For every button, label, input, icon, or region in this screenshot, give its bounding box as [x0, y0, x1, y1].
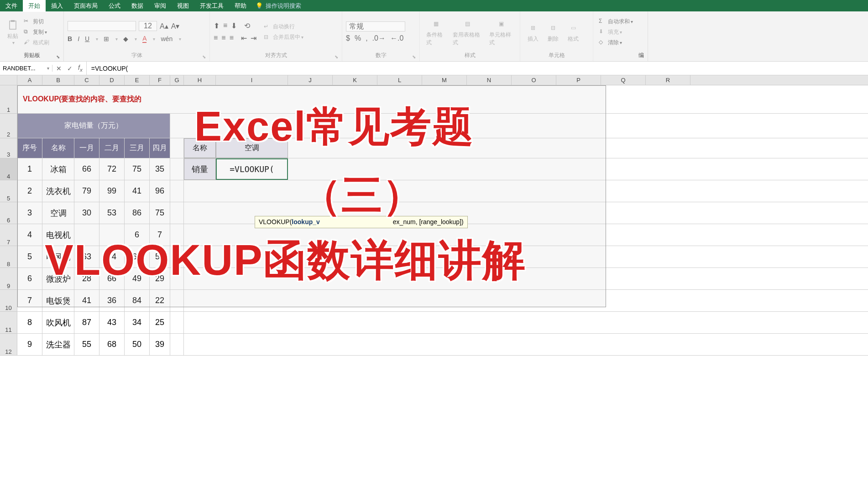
- fill-color-button[interactable]: ◆: [123, 35, 128, 42]
- col-header[interactable]: A: [17, 75, 42, 85]
- cell[interactable]: 49: [125, 268, 150, 289]
- paste-button[interactable]: 粘贴▾: [4, 18, 22, 46]
- chevron-down-icon[interactable]: ▾: [47, 66, 49, 71]
- cell[interactable]: 6: [17, 268, 42, 289]
- cell[interactable]: 7: [17, 290, 42, 311]
- cell[interactable]: 4: [17, 224, 42, 246]
- cell[interactable]: 39: [150, 334, 170, 355]
- cancel-formula-button[interactable]: ✕: [56, 65, 62, 72]
- col-header[interactable]: O: [512, 75, 556, 85]
- cell[interactable]: 66: [99, 268, 125, 289]
- cell[interactable]: 72: [99, 158, 125, 180]
- cell[interactable]: 51: [150, 246, 170, 267]
- align-right-icon[interactable]: ≡: [230, 34, 234, 42]
- cell[interactable]: 电饭煲: [42, 290, 74, 311]
- cell[interactable]: [74, 224, 99, 246]
- row-header[interactable]: 9: [0, 268, 17, 290]
- row-header[interactable]: 5: [0, 180, 17, 202]
- cell-style-button[interactable]: ▣单元格样式: [486, 16, 516, 47]
- col-header[interactable]: L: [377, 75, 422, 85]
- cell[interactable]: 75: [125, 158, 150, 180]
- percent-icon[interactable]: %: [355, 34, 361, 42]
- fill-button[interactable]: ⬇填充▾: [597, 27, 635, 37]
- align-top-icon[interactable]: ⬆: [214, 21, 220, 30]
- cell[interactable]: 35: [150, 158, 170, 180]
- cell[interactable]: 3: [17, 202, 42, 224]
- cell[interactable]: 36: [99, 290, 125, 311]
- enter-formula-button[interactable]: ✓: [67, 65, 73, 72]
- cell[interactable]: 53: [99, 202, 125, 224]
- autosum-button[interactable]: Σ自动求和▾: [597, 17, 635, 26]
- cell[interactable]: 吹风机: [42, 312, 74, 333]
- cell[interactable]: 25: [150, 312, 170, 333]
- align-center-icon[interactable]: ≡: [221, 34, 225, 42]
- cond-format-button[interactable]: ▦条件格式: [424, 16, 448, 47]
- row-header[interactable]: 4: [0, 158, 17, 180]
- tab-dev[interactable]: 开发工具: [194, 0, 229, 12]
- tab-file[interactable]: 文件: [0, 0, 23, 12]
- number-format-dropdown[interactable]: 常规: [346, 21, 405, 31]
- row-header[interactable]: 12: [0, 334, 17, 356]
- cell[interactable]: 43: [99, 312, 125, 333]
- cell[interactable]: 99: [99, 180, 125, 202]
- cell[interactable]: 86: [125, 202, 150, 224]
- border-button[interactable]: ⊞: [104, 35, 109, 42]
- cell[interactable]: 41: [74, 290, 99, 311]
- cell[interactable]: 22: [150, 290, 170, 311]
- cell[interactable]: 55: [74, 334, 99, 355]
- table-format-button[interactable]: ▤套用表格格式: [450, 16, 485, 47]
- decrease-font-icon[interactable]: A▾: [171, 22, 180, 31]
- col-header[interactable]: E: [125, 75, 150, 85]
- cell[interactable]: 电视机: [42, 224, 74, 246]
- cell[interactable]: 7: [150, 224, 170, 246]
- cell[interactable]: 87: [74, 312, 99, 333]
- cell[interactable]: 9: [17, 334, 42, 355]
- select-all-corner[interactable]: [0, 75, 17, 85]
- cell[interactable]: 50: [125, 334, 150, 355]
- row-header[interactable]: 8: [0, 246, 17, 268]
- cell[interactable]: [99, 224, 125, 246]
- wrap-text-button[interactable]: ↵自动换行: [262, 22, 305, 31]
- lookup-name-value[interactable]: 空调: [216, 138, 288, 158]
- row-header[interactable]: 1: [0, 85, 17, 114]
- row-header[interactable]: 2: [0, 114, 17, 138]
- copy-button[interactable]: ⧉复制▾: [22, 27, 51, 37]
- indent-inc-icon[interactable]: ⇥: [251, 34, 256, 42]
- launcher-icon[interactable]: ⬊: [56, 54, 60, 59]
- format-painter-button[interactable]: 🖌格式刷: [22, 38, 51, 47]
- font-size-box[interactable]: 12: [139, 21, 157, 31]
- name-box[interactable]: RANDBET... ▾: [0, 65, 52, 72]
- orientation-icon[interactable]: ⟲: [244, 21, 250, 30]
- clear-button[interactable]: ◇清除▾: [597, 38, 635, 47]
- tab-data[interactable]: 数据: [126, 0, 149, 12]
- italic-button[interactable]: I: [78, 35, 79, 42]
- launcher-icon[interactable]: ⬊: [202, 54, 206, 59]
- cell[interactable]: 41: [125, 180, 150, 202]
- cell[interactable]: 30: [74, 202, 99, 224]
- col-header[interactable]: F: [150, 75, 170, 85]
- bold-button[interactable]: B: [68, 35, 72, 42]
- launcher-icon[interactable]: ⬊: [335, 54, 338, 59]
- col-header[interactable]: H: [184, 75, 216, 85]
- col-header[interactable]: N: [467, 75, 512, 85]
- col-header[interactable]: D: [99, 75, 125, 85]
- cell[interactable]: 28: [74, 268, 99, 289]
- cell[interactable]: 75: [150, 202, 170, 224]
- formula-input[interactable]: =VLOOKUP(: [87, 65, 133, 72]
- col-header[interactable]: M: [422, 75, 467, 85]
- cell[interactable]: 66: [74, 158, 99, 180]
- cell[interactable]: 74: [99, 246, 125, 267]
- launcher-icon[interactable]: ⬊: [412, 54, 416, 59]
- cell[interactable]: 34: [125, 312, 150, 333]
- cell[interactable]: 68: [99, 334, 125, 355]
- insert-cells-button[interactable]: ⊞插入: [524, 21, 542, 44]
- comma-icon[interactable]: ,: [366, 34, 367, 42]
- tab-help[interactable]: 帮助: [229, 0, 252, 12]
- cell[interactable]: 冰箱: [42, 158, 74, 180]
- cell[interactable]: 96: [150, 180, 170, 202]
- tab-layout[interactable]: 页面布局: [68, 0, 103, 12]
- cell[interactable]: 2: [17, 180, 42, 202]
- cell[interactable]: 空调: [42, 202, 74, 224]
- col-header[interactable]: R: [646, 75, 690, 85]
- tab-home[interactable]: 开始: [23, 0, 46, 12]
